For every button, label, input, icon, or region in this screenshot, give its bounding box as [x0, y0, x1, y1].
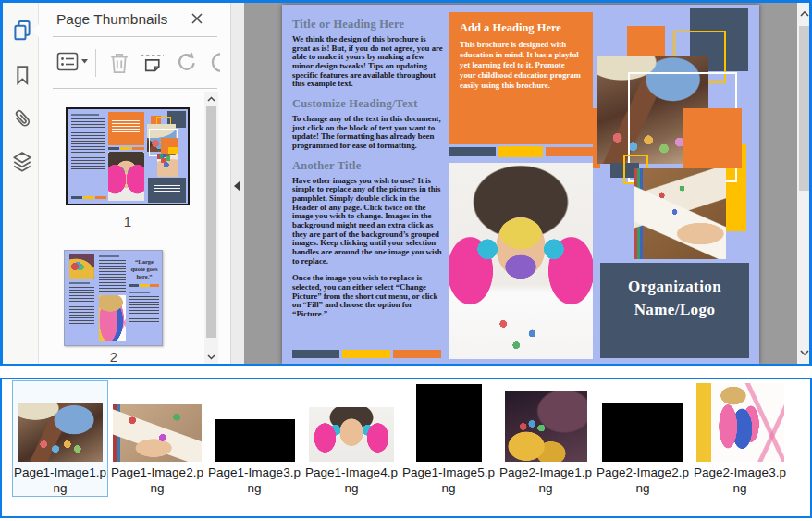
extracted-images-panel: Page1-Image1.png Page1-Image2.png Page1-…	[0, 378, 812, 518]
navigation-rail	[3, 3, 39, 364]
accent-bar	[292, 350, 339, 358]
attachments-icon[interactable]	[9, 106, 35, 132]
photo-kid-drawing	[634, 168, 726, 259]
toolbar-separator	[95, 49, 96, 77]
rotate-left-icon[interactable]	[175, 51, 198, 74]
brochure-heading: Add a Heading Here	[460, 21, 583, 35]
photo-child-painted-hands	[449, 163, 593, 359]
file-name: Page2-Image2.png	[596, 465, 690, 496]
file-item[interactable]: Page1-Image1.png	[12, 380, 108, 497]
accent-bar	[449, 147, 496, 156]
file-name: Page1-Image1.png	[13, 465, 107, 496]
divider	[53, 36, 217, 37]
brochure-heading: Another Title	[292, 159, 444, 173]
file-item[interactable]: Page1-Image2.png	[109, 380, 205, 497]
layers-icon[interactable]	[9, 149, 35, 175]
panel-splitter[interactable]	[230, 3, 244, 364]
file-name: Page1-Image2.png	[110, 465, 204, 496]
accent-bar	[546, 147, 593, 156]
screen: Page Thumbnails	[0, 0, 812, 521]
divider	[53, 88, 217, 89]
file-thumbnail	[416, 384, 482, 462]
file-name: Page2-Image1.png	[498, 465, 593, 496]
bookmarks-icon[interactable]	[9, 62, 35, 88]
page-thumbnail-2[interactable]: “Large quote goes here.”	[64, 250, 163, 346]
collage-orange-square-2	[683, 108, 742, 168]
thumbnail-options-icon[interactable]	[56, 51, 90, 73]
file-thumbnail	[505, 391, 587, 462]
rotate-right-icon[interactable]	[210, 51, 230, 74]
file-thumbnail	[602, 403, 683, 462]
file-item[interactable]: Page1-Image4.png	[303, 380, 400, 497]
panel-title: Page Thumbnails	[56, 11, 167, 28]
scroll-up-icon[interactable]	[797, 6, 811, 20]
brochure-column-1: Title or Heading Here We think the desig…	[292, 18, 444, 328]
panel-scrollbar[interactable]	[204, 92, 218, 364]
delete-pages-icon[interactable]	[108, 51, 130, 75]
file-item[interactable]: Page1-Image5.png	[400, 380, 497, 497]
file-thumbnail	[18, 403, 103, 462]
panel-scrollbar-thumb[interactable]	[206, 106, 216, 338]
file-name: Page1-Image3.png	[207, 465, 301, 496]
brochure-paragraph: We think the design of this brochure is …	[292, 35, 444, 89]
file-item[interactable]: Page1-Image3.png	[206, 380, 302, 497]
brochure-paragraph: This brochure is designed with education…	[460, 40, 583, 91]
collapse-panel-icon[interactable]	[234, 180, 240, 192]
page-number-2: 2	[95, 349, 132, 364]
crop-pages-icon[interactable]	[140, 51, 165, 75]
brochure-heading: Title or Heading Here	[292, 18, 444, 31]
file-thumbnail	[309, 407, 394, 462]
accent-bar	[393, 350, 441, 358]
file-name: Page2-Image3.png	[693, 465, 787, 496]
file-thumbnail	[113, 404, 202, 462]
accent-bar	[498, 146, 543, 157]
file-name: Page1-Image5.png	[401, 465, 496, 496]
scroll-up-icon[interactable]	[204, 92, 218, 105]
document-area: Title or Heading Here We think the desig…	[244, 3, 797, 364]
close-panel-icon[interactable]	[190, 11, 206, 28]
collage-orange-square	[627, 26, 665, 57]
scroll-down-icon[interactable]	[204, 350, 218, 364]
page2-quote: “Large quote goes here.”	[129, 258, 159, 280]
file-item[interactable]: Page2-Image2.png	[595, 380, 691, 497]
file-thumbnail	[215, 419, 295, 462]
brochure-paragraph: Once the image you wish to replace is se…	[292, 274, 444, 318]
document-scrollbar-thumb[interactable]	[799, 26, 810, 191]
brochure-paragraph: To change any of the text in this docume…	[292, 115, 444, 151]
document-scrollbar[interactable]	[797, 3, 812, 364]
file-item[interactable]: Page2-Image1.png	[498, 380, 594, 497]
page-thumbnail-1[interactable]	[66, 107, 190, 205]
brochure-paragraph: Have other images you wish to use? It is…	[292, 177, 444, 267]
organization-logo-box: Organization Name/Logo	[600, 263, 749, 358]
accent-bar	[342, 350, 390, 358]
pdf-viewer-window: Page Thumbnails	[0, 0, 812, 366]
organization-name-line2: Name/Logo	[600, 299, 749, 322]
brochure-heading: Customize Heading/Text	[292, 97, 444, 111]
file-name: Page1-Image4.png	[304, 465, 399, 496]
brochure-page-1: Title or Heading Here We think the desig…	[282, 5, 759, 364]
active-panel-notch	[31, 24, 39, 37]
scroll-down-icon[interactable]	[797, 346, 811, 360]
orange-heading-box: Add a Heading Here This brochure is desi…	[449, 12, 593, 144]
file-thumbnail	[696, 383, 784, 462]
page-number-1: 1	[109, 214, 146, 229]
file-item[interactable]: Page2-Image3.png	[692, 380, 788, 497]
organization-name-line1: Organization	[600, 276, 749, 299]
page-thumbnails-panel: Page Thumbnails	[40, 3, 230, 364]
